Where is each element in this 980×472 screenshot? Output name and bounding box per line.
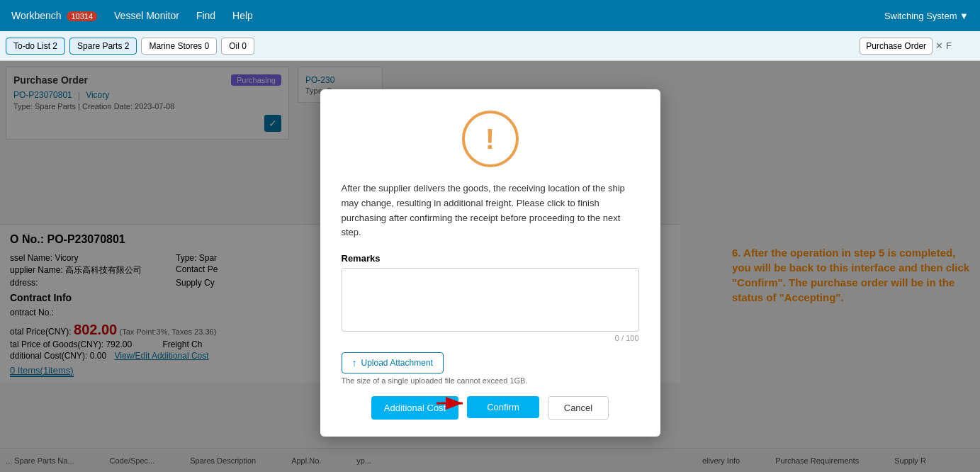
top-navigation: Workbench 10314 Vessel Monitor Find Help… [0,0,980,31]
find-nav[interactable]: Find [196,10,215,21]
modal-dialog: ! After the supplier delivers the goods,… [320,89,660,437]
remarks-textarea[interactable] [342,268,639,332]
purchase-order-close-icon[interactable]: ✕ [935,40,943,51]
workbench-badge: 10314 [67,11,97,21]
tab-marine-stores[interactable]: Marine Stores 0 [141,38,217,55]
help-nav[interactable]: Help [232,10,253,21]
warning-icon: ! [462,111,519,167]
vessel-monitor-nav[interactable]: Vessel Monitor [114,10,179,21]
upload-icon: ↑ [352,357,357,369]
tab-oil[interactable]: Oil 0 [221,38,254,55]
red-arrow-indicator [433,389,468,417]
arrow-svg [433,389,468,417]
tab-right-section: Purchase Order ✕ F [860,38,952,55]
tab-todo[interactable]: To-do List 2 [6,38,65,55]
tab-bar: To-do List 2 Spare Parts 2 Marine Stores… [0,31,980,61]
upload-attachment-button[interactable]: ↑ Upload Attachment [342,352,444,373]
confirm-button-wrap: Confirm [467,396,539,420]
upload-label: Upload Attachment [361,358,433,368]
tab-spare-parts[interactable]: Spare Parts 2 [69,38,137,55]
modal-icon-wrap: ! [342,111,639,167]
main-content: Purchase Order Purchasing PO-P23070801 |… [0,61,980,472]
purchase-order-tag[interactable]: Purchase Order [860,38,933,55]
cancel-button[interactable]: Cancel [548,396,609,420]
modal-footer: Additional Cost Confirm Cancel [342,396,639,420]
modal-message: After the supplier delivers the goods, t… [342,181,639,240]
upload-hint: The size of a single uploaded file canno… [342,376,639,385]
workbench-label: Workbench [11,10,62,21]
char-count: 0 / 100 [342,334,639,342]
upload-section: ↑ Upload Attachment The size of a single… [342,352,639,385]
remarks-label: Remarks [342,253,639,264]
confirm-button[interactable]: Confirm [467,396,539,418]
workbench-nav[interactable]: Workbench 10314 [11,10,97,21]
filter-label[interactable]: F [946,40,952,51]
switching-system[interactable]: Switching System ▼ [884,11,969,21]
